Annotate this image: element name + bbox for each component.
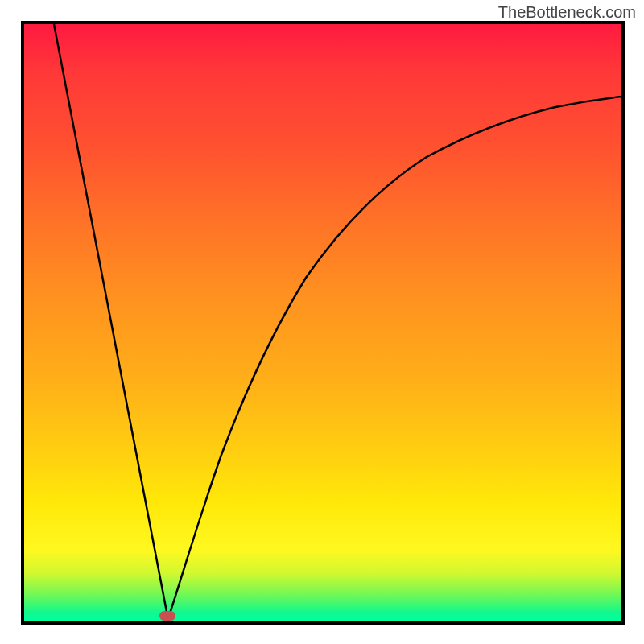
chart-frame: [21, 21, 625, 625]
plot-area: [24, 24, 621, 621]
optimal-point-marker: [159, 611, 175, 621]
bottleneck-curve: [24, 24, 621, 621]
curve-path: [54, 24, 621, 616]
watermark-text: TheBottleneck.com: [498, 3, 636, 22]
